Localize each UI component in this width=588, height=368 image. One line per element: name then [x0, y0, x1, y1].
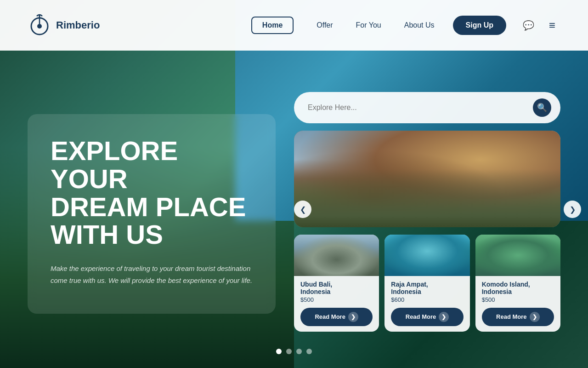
nav-about-us[interactable]: About Us: [404, 21, 435, 29]
arrow-left-icon: ❮: [300, 205, 306, 214]
signup-button[interactable]: Sign Up: [453, 16, 506, 35]
komodo-island-image: [475, 235, 560, 276]
carousel-next-button[interactable]: ❯: [564, 201, 581, 218]
navbar: Rimberio Home Offer For You About Us Sig…: [0, 0, 588, 51]
hamburger-icon: ≡: [549, 20, 555, 31]
ubud-read-more-button[interactable]: Read More ❯: [300, 308, 373, 326]
carousel-dot-4[interactable]: [306, 349, 312, 354]
destination-cards: Ubud Bali, Indonesia $500 Read More ❯ Ra…: [294, 235, 560, 332]
nav-home[interactable]: Home: [251, 17, 294, 34]
chat-icon-button[interactable]: 💬: [520, 17, 537, 34]
carousel-dot-3[interactable]: [296, 349, 302, 354]
search-icon: 🔍: [537, 103, 547, 113]
komodo-island-price: $500: [482, 296, 554, 303]
ubud-card-body: Ubud Bali, Indonesia $500 Read More ❯: [294, 276, 379, 332]
carousel-dots: [276, 349, 312, 354]
logo-icon: [28, 13, 51, 37]
destination-card-komodo: Komodo Island, Indonesia $500 Read More …: [475, 235, 560, 332]
komodo-island-read-more-button[interactable]: Read More ❯: [482, 308, 554, 326]
hero-card: EXPLORE YOUR DREAM PLACE WITH US Make th…: [28, 114, 276, 314]
destination-card-raja-ampat: Raja Ampat, Indonesia $600 Read More ❯: [384, 235, 469, 332]
read-more-arrow-icon: ❯: [439, 312, 449, 322]
nav-links: Home Offer For You About Us: [251, 17, 435, 34]
search-input[interactable]: [308, 104, 528, 112]
carousel-dot-2[interactable]: [286, 349, 292, 354]
raja-ampat-price: $600: [391, 296, 463, 303]
logo-area: Rimberio: [28, 13, 100, 37]
search-bar: 🔍: [294, 92, 560, 123]
featured-destination-image: [294, 131, 560, 227]
read-more-arrow-icon: ❯: [348, 312, 358, 322]
raja-ampat-name: Raja Ampat, Indonesia: [391, 281, 463, 295]
hero-subtitle: Make the experience of traveling to your…: [51, 263, 253, 286]
raja-ampat-image: [384, 235, 469, 276]
nav-for-you[interactable]: For You: [356, 21, 381, 29]
ubud-name: Ubud Bali, Indonesia: [300, 281, 373, 295]
nav-offer[interactable]: Offer: [317, 21, 333, 29]
komodo-island-name: Komodo Island, Indonesia: [482, 281, 554, 295]
destination-card-ubud: Ubud Bali, Indonesia $500 Read More ❯: [294, 235, 379, 332]
carousel-prev-button[interactable]: ❮: [294, 201, 311, 218]
raja-ampat-read-more-button[interactable]: Read More ❯: [391, 308, 463, 326]
chat-icon: 💬: [523, 20, 534, 31]
arrow-right-icon: ❯: [570, 205, 576, 214]
brand-name: Rimberio: [56, 19, 100, 31]
carousel-dot-1[interactable]: [276, 349, 282, 354]
search-button[interactable]: 🔍: [533, 98, 551, 117]
ubud-price: $500: [300, 296, 373, 303]
raja-ampat-card-body: Raja Ampat, Indonesia $600 Read More ❯: [384, 276, 469, 332]
svg-point-1: [37, 24, 42, 29]
ubud-image: [294, 235, 379, 276]
read-more-arrow-icon: ❯: [530, 312, 540, 322]
main-content: EXPLORE YOUR DREAM PLACE WITH US Make th…: [0, 51, 588, 368]
right-panel: 🔍 Ubud Bali, Indonesia $500 Read More ❯: [294, 51, 560, 368]
komodo-island-card-body: Komodo Island, Indonesia $500 Read More …: [475, 276, 560, 332]
hero-title: EXPLORE YOUR DREAM PLACE WITH US: [51, 137, 253, 249]
left-panel: EXPLORE YOUR DREAM PLACE WITH US Make th…: [28, 51, 294, 368]
nav-icons: 💬 ≡: [520, 17, 560, 34]
menu-icon-button[interactable]: ≡: [544, 17, 560, 34]
